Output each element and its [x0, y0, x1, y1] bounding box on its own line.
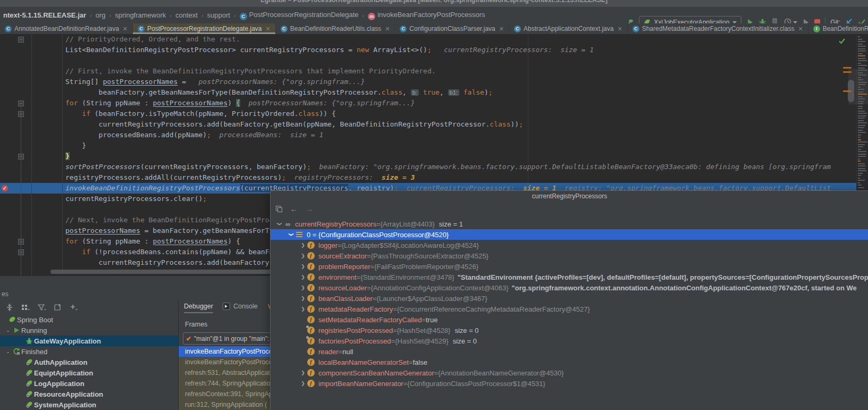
variable-row-reader[interactable]: freader = null [271, 346, 868, 357]
code-line[interactable]: registryProcessors.addAll(currentRegistr… [0, 172, 868, 183]
code-line[interactable] [0, 55, 868, 66]
back-arrow-icon[interactable]: ← [290, 205, 298, 213]
breadcrumb-item[interactable]: minvokeBeanFactoryPostProcessors [368, 11, 485, 20]
service-row-resourceapplication[interactable]: ResourceApplication [0, 389, 178, 399]
code-line[interactable]: processedBeans.add(ppName); processedBea… [0, 130, 868, 140]
chevron-collapsed-icon[interactable]: ❯ [299, 264, 307, 269]
service-row-systemapplication[interactable]: SystemApplication [0, 399, 178, 410]
editor-tab[interactable]: CBeanDefinitionReaderUtils.class✕ [276, 23, 395, 34]
collapse-all-icon[interactable] [5, 303, 14, 312]
chevron-collapsed-icon[interactable]: ❯ [299, 242, 307, 248]
close-icon[interactable]: ✕ [123, 26, 128, 32]
fold-marker-icon[interactable] [18, 101, 24, 106]
variable-row-environment[interactable]: ❯fenvironment = {StandardEnvironment@347… [271, 272, 868, 282]
tab-debugger[interactable]: Debugger [184, 303, 213, 312]
filter-icon[interactable] [37, 303, 47, 312]
variable-row-factoriesPostProcessed[interactable]: ffactoriesPostProcessed = {HashSet@4529}… [271, 336, 868, 346]
code-line[interactable]: String[] postProcessorNames = postProces… [0, 77, 868, 87]
chevron-collapsed-icon[interactable]: ❯ [299, 381, 307, 386]
frame-row[interactable]: invokeBeanFactoryPostProce [179, 346, 270, 357]
frame-row[interactable]: refreshContext:391, SpringAp [179, 389, 270, 399]
close-icon[interactable]: ✕ [385, 26, 390, 32]
variable-row-metadataReaderFactory[interactable]: ❯fmetadataReaderFactory = {ConcurrentRef… [271, 304, 868, 314]
frame-row[interactable]: invokeBeanFactoryPostProce [179, 357, 270, 367]
editor-tab[interactable]: CConfigurationClassParser.java✕ [395, 23, 509, 34]
close-icon[interactable]: ✕ [617, 26, 622, 32]
chevron-collapsed-icon[interactable]: ❯ [299, 285, 307, 290]
variables-popup: currentRegistryProcessors ← → ❯∞currentR… [270, 190, 868, 410]
chevron-collapsed-icon[interactable]: ❯ [299, 253, 307, 258]
variable-row-sourceExtractor[interactable]: ❯fsourceExtractor = {PassThroughSourceEx… [271, 250, 868, 261]
variable-row-componentScanBeanNameGenerator[interactable]: ❯fcomponentScanBeanNameGenerator = {Anno… [271, 367, 868, 378]
editor-tab[interactable]: CAnnotatedBeanDefinitionReader.java✕ [0, 23, 133, 34]
minimap-line [858, 94, 867, 95]
service-row-running[interactable]: ⌄Running [0, 325, 178, 336]
service-row-logapplication[interactable]: LogApplication [0, 378, 178, 389]
forward-arrow-icon[interactable]: → [306, 205, 313, 213]
service-label: ResourceApplication [34, 390, 103, 398]
variable-row-0[interactable]: ❯0 = {ConfigurationClassPostProcessor@45… [271, 229, 868, 240]
service-row-equiptapplication[interactable]: EquiptApplication [0, 367, 178, 378]
breadcrumb-item[interactable]: support [207, 11, 230, 19]
variable-row-beanClassLoader[interactable]: ❯fbeanClassLoader = {Launcher$AppClassLo… [271, 293, 868, 304]
frame-row[interactable]: refresh:744, SpringApplicatio [179, 378, 270, 389]
code-line[interactable]: beanFactory.getBeanNamesForType(BeanDefi… [0, 87, 868, 98]
variable-row-currentRegistryProcessors[interactable]: ❯∞currentRegistryProcessors = {ArrayList… [271, 219, 868, 229]
inspections-ok-icon[interactable] [838, 37, 846, 47]
frame-row[interactable]: run:312, SpringApplication ( [179, 399, 270, 410]
service-row-authapplication[interactable]: AuthApplication [0, 357, 178, 367]
code-line[interactable]: } [0, 140, 868, 151]
chevron-expanded-icon[interactable]: ❯ [289, 231, 294, 238]
chevron-expanded-icon[interactable]: ❯ [277, 220, 282, 228]
code-line[interactable]: currentRegistryProcessors.add(beanFactor… [0, 119, 868, 130]
variable-row-resourceLoader[interactable]: ❯fresourceLoader = {AnnotationConfigAppl… [271, 282, 868, 293]
tab-console[interactable]: Console [223, 303, 258, 312]
variable-row-importBeanNameGenerator[interactable]: ❯fimportBeanNameGenerator = {Configurati… [271, 378, 868, 389]
chevron-collapsed-icon[interactable]: ❯ [299, 306, 307, 312]
code-line[interactable]: // First, invoke the BeanDefinitionRegis… [0, 66, 868, 77]
variable-row-problemReporter[interactable]: ❯fproblemReporter = {FailFastProblemRepo… [271, 261, 868, 272]
chevron-collapsed-icon[interactable]: ❯ [299, 370, 307, 375]
gutter-separator [31, 34, 32, 275]
editor-tab[interactable]: CAbstractApplicationContext.java✕ [509, 23, 628, 34]
code-line[interactable]: // PriorityOrdered, Ordered, and the res… [0, 34, 868, 45]
breakpoint-icon[interactable] [2, 185, 8, 191]
fold-marker-icon[interactable] [18, 37, 24, 43]
editor-tab[interactable]: CSharedMetadataReaderFactoryContextIniti… [628, 23, 808, 34]
editor-tab[interactable]: CPostProcessorRegistrationDelegate.java✕ [133, 23, 276, 34]
code-line[interactable]: sortPostProcessors(currentRegistryProces… [0, 162, 868, 172]
breadcrumb-item[interactable]: ntext-5.1.15.RELEASE.jar [3, 11, 86, 19]
code-line[interactable]: } [0, 151, 868, 162]
editor-tab[interactable]: IBeanDefinitionRegistryPos [808, 23, 868, 34]
chevron-collapsed-icon[interactable]: ❯ [299, 296, 307, 301]
breadcrumb-item[interactable]: springframework [115, 11, 166, 19]
service-row-finished[interactable]: ⌄Finished [0, 346, 178, 357]
add-frame-icon[interactable] [54, 303, 62, 312]
service-row-spring boot[interactable]: Spring Boot [0, 314, 178, 325]
breadcrumb-item[interactable]: context [175, 11, 198, 19]
thread-selector[interactable]: ✔ "main"@1 in group "main": [183, 332, 275, 345]
code-line[interactable]: for (String ppName : postProcessorNames)… [0, 98, 868, 108]
add-service-icon[interactable] [69, 303, 79, 312]
breadcrumb-item[interactable]: org [96, 11, 106, 19]
variable-row-setMetadataReaderFactoryCalled[interactable]: fsetMetadataReaderFactoryCalled = true [271, 314, 868, 325]
variable-row-registriesPostProcessed[interactable]: fregistriesPostProcessed = {HashSet@4528… [271, 325, 868, 336]
chevron-collapsed-icon[interactable]: ❯ [299, 274, 307, 280]
close-icon[interactable]: ✕ [265, 26, 270, 32]
variable-row-logger[interactable]: ❯flogger = {LogAdapter$Slf4jLocationAwar… [271, 240, 868, 250]
frame-row[interactable]: refresh:531, AbstractApplicat [179, 367, 270, 378]
code-line[interactable]: List<BeanDefinitionRegistryPostProcessor… [0, 45, 868, 55]
variable-row-localBeanNameGeneratorSet[interactable]: flocalBeanNameGeneratorSet = false [271, 357, 868, 367]
chevron-down-icon[interactable]: ⌄ [4, 349, 12, 354]
close-icon[interactable]: ✕ [499, 26, 504, 32]
code-line[interactable]: if (beanFactory.isTypeMatch(ppName, Prio… [0, 108, 868, 119]
close-icon[interactable]: ✕ [798, 26, 803, 32]
class-icon: C [240, 13, 247, 20]
breadcrumb-item[interactable]: CPostProcessorRegistrationDelegate [240, 11, 359, 20]
chevron-down-icon[interactable]: ⌄ [4, 328, 12, 333]
group-by-icon[interactable] [21, 303, 30, 312]
code-token: ) [227, 99, 236, 107]
service-row-gatewayapplication[interactable]: GateWayApplication [0, 336, 178, 346]
layered-squares-icon[interactable] [276, 206, 282, 212]
code-minimap[interactable] [856, 34, 868, 190]
